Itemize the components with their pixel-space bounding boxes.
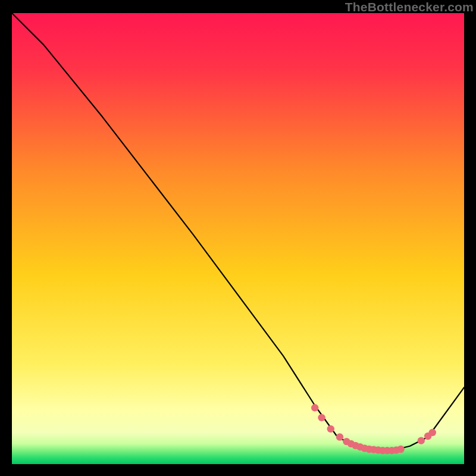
highlight-dot	[397, 446, 404, 453]
chart-frame	[12, 13, 464, 464]
highlight-dot	[336, 433, 343, 440]
highlight-dot	[429, 429, 436, 436]
highlight-dot	[311, 404, 318, 411]
gradient-background	[12, 13, 464, 464]
highlight-dot	[418, 437, 425, 444]
watermark-label: TheBottlenecker.com	[345, 0, 474, 14]
highlight-dot	[318, 414, 325, 421]
bottleneck-chart	[12, 13, 464, 464]
highlight-dot	[327, 425, 334, 433]
